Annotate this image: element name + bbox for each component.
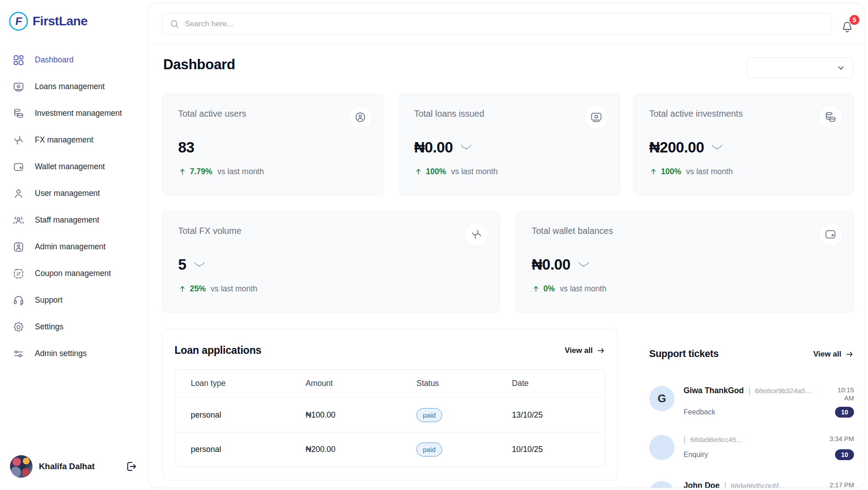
stat-value: ₦0.00 — [532, 256, 571, 273]
ticket-category: Enquiry — [684, 451, 708, 459]
stat-title: Total loans issued — [414, 109, 604, 119]
ticket-id: 68da86d5c0c6f... — [731, 481, 823, 488]
sidebar-item-admin-management[interactable]: Admin management — [0, 233, 147, 260]
ticket-time: 10:15 AM — [828, 386, 854, 402]
sidebar-item-label: Investment management — [35, 109, 122, 118]
filter-dropdown[interactable] — [747, 57, 854, 78]
sidebar-item-dashboard[interactable]: Dashboard — [0, 47, 147, 73]
support-tickets-view-all-link[interactable]: View all — [813, 350, 854, 359]
cell-loan-type: personal — [175, 445, 290, 454]
arrow-right-icon — [596, 346, 605, 355]
sidebar-item-label: Loans management — [35, 82, 105, 91]
stat-title: Total active users — [178, 109, 368, 119]
stat-compare: vs last month — [451, 167, 498, 176]
arrow-right-icon — [845, 350, 854, 359]
arrow-up-icon — [532, 285, 540, 293]
cell-amount: ₦200.00 — [290, 445, 401, 454]
search-box — [162, 13, 831, 35]
status-badge: paid — [416, 408, 442, 422]
view-all-label: View all — [565, 346, 593, 355]
brand-name: FirstLane — [33, 14, 88, 29]
stat-value: 5 — [178, 256, 186, 273]
dashboard-grid-icon — [13, 54, 24, 66]
sidebar-item-label: Staff management — [35, 215, 99, 225]
notifications-button[interactable]: 5 — [836, 16, 861, 39]
page-title: Dashboard — [163, 57, 235, 73]
column-header-loan-type: Loan type — [175, 379, 290, 388]
table-row[interactable]: personal ₦200.00 paid 10/10/25 — [175, 432, 605, 466]
chevron-down-icon — [836, 63, 846, 73]
loans-icon — [584, 105, 609, 129]
user-profile: Khalifa Dalhat — [10, 455, 137, 478]
sidebar-item-label: Settings — [35, 322, 63, 332]
table-row[interactable]: personal ₦100.00 paid 13/10/25 — [175, 398, 605, 432]
stat-change: 100% — [426, 167, 446, 176]
sidebar-item-label: FX management — [35, 135, 93, 145]
loan-applications-table: Loan type Amount Status Date personal ₦1… — [175, 369, 605, 467]
notification-badge: 5 — [849, 14, 860, 26]
sidebar-item-user-management[interactable]: User management — [0, 180, 147, 207]
stat-value: ₦0.00 — [414, 139, 453, 156]
search-icon — [170, 19, 179, 29]
investment-coins-icon — [13, 108, 24, 119]
fx-exchange-icon — [13, 134, 24, 146]
ticket-id: 68e8ce9b324a5... — [755, 386, 823, 395]
stat-compare: vs last month — [560, 284, 606, 294]
column-header-date: Date — [496, 379, 605, 388]
cell-loan-type: personal — [175, 410, 290, 420]
ticket-name: John Doe — [684, 481, 720, 488]
user-circle-icon — [348, 105, 373, 129]
sidebar-item-investment-management[interactable]: Investment management — [0, 100, 147, 127]
stat-title: Total wallet balances — [532, 226, 838, 236]
sidebar-item-support[interactable]: Support — [0, 287, 147, 314]
stat-card-total-loans-issued: Total loans issued ₦0.00 100% vs last mo… — [398, 94, 620, 195]
investment-coins-icon — [818, 105, 843, 129]
stat-title: Total FX volume — [178, 226, 484, 236]
sidebar-item-fx-management[interactable]: FX management — [0, 127, 147, 153]
ticket-list-item[interactable]: G Giwa ThankGod | 68e8ce9b324a5... 10:15… — [649, 386, 854, 418]
eye-closed-icon[interactable] — [711, 142, 723, 153]
main-panel: 5 Dashboard Total active users 83 7.79% … — [147, 3, 865, 488]
ticket-list-item[interactable]: | 68da98e8cc45... 3:34 PM Enquiry 10 — [649, 435, 854, 460]
staff-group-icon — [13, 214, 24, 226]
status-badge: paid — [416, 442, 442, 457]
sidebar-item-label: Dashboard — [35, 55, 74, 65]
column-header-amount: Amount — [290, 379, 401, 388]
eye-closed-icon[interactable] — [578, 259, 590, 271]
separator: | — [748, 386, 750, 396]
gear-icon — [13, 321, 24, 333]
search-input[interactable] — [185, 19, 824, 29]
sidebar-item-staff-management[interactable]: Staff management — [0, 207, 147, 233]
brand-logo-icon: F — [9, 12, 28, 31]
eye-closed-icon[interactable] — [193, 259, 205, 271]
ticket-list-item[interactable]: John Doe | 68da86d5c0c6f... 2:17 PM — [649, 481, 854, 488]
separator: | — [684, 435, 686, 445]
avatar[interactable] — [10, 455, 33, 478]
sidebar-item-coupon-management[interactable]: Coupon management — [0, 260, 147, 287]
ticket-count-badge: 10 — [835, 407, 854, 418]
sidebar-item-settings[interactable]: Settings — [0, 314, 147, 340]
sidebar-nav: Dashboard Loans management Investment ma… — [0, 47, 147, 367]
stat-change: 7.79% — [190, 167, 212, 176]
stat-card-total-active-investments: Total active investments ₦200.00 100% vs… — [633, 94, 854, 195]
sidebar-item-admin-settings[interactable]: Admin settings — [0, 340, 147, 367]
arrow-up-icon — [649, 167, 658, 176]
loan-applications-card: Loan applications View all Loan type Amo… — [162, 328, 618, 480]
admin-badge-icon — [13, 241, 24, 253]
brand-logo: F FirstLane — [9, 12, 88, 31]
fx-exchange-icon — [464, 222, 489, 247]
cell-date: 13/10/25 — [496, 410, 605, 420]
sidebar-item-label: Coupon management — [35, 269, 111, 278]
sidebar-item-label: User management — [35, 189, 100, 198]
cell-amount: ₦100.00 — [290, 410, 401, 420]
wallet-icon — [818, 222, 843, 247]
loans-icon — [13, 81, 24, 93]
stat-value: 83 — [178, 139, 194, 156]
sidebar-item-wallet-management[interactable]: Wallet management — [0, 153, 147, 180]
sidebar-item-label: Admin settings — [35, 349, 87, 358]
loan-applications-view-all-link[interactable]: View all — [565, 346, 605, 355]
profile-name: Khalifa Dalhat — [39, 461, 125, 471]
logout-icon[interactable] — [125, 460, 137, 473]
eye-closed-icon[interactable] — [460, 142, 472, 153]
sidebar-item-loans-management[interactable]: Loans management — [0, 73, 147, 100]
